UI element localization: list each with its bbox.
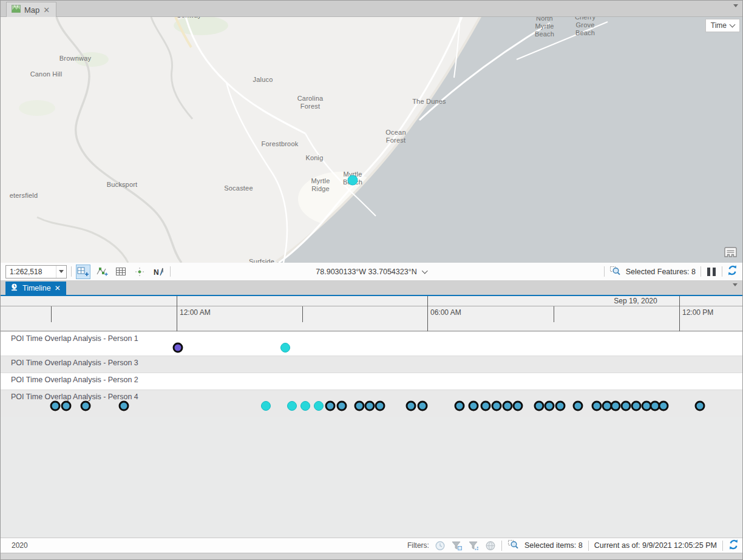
map-overlay-control-icon[interactable] [722,246,738,258]
timeline-event-dot[interactable] [365,401,375,411]
timeline-time-axis[interactable]: 12:00 AM06:00 AM12:00 PM [1,306,742,331]
timeline-event-dot[interactable] [406,401,416,411]
timeline-tabbar: Timeline ✕ [1,281,742,296]
timeline-row-label: POI Time Overlap Analysis - Person 1 [1,332,742,343]
timeline-event-dot[interactable] [418,401,428,411]
map-label-jaluco: Jaluco [253,76,273,84]
timeline-event-dot[interactable] [455,401,465,411]
time-filter-icon[interactable] [435,541,446,551]
timeline-event-dot[interactable] [469,401,479,411]
timeline-tab-icon [10,283,19,294]
map-label-konig: Konig [305,154,323,162]
map-statusbar-right: Selected Features: 8 [604,265,738,278]
timeline-event-dot[interactable] [375,401,385,411]
timeline-event-dot[interactable] [81,401,91,411]
svg-text:N: N [154,268,159,277]
map-label-north-myrtle-beach: North Myrtle Beach [535,17,554,39]
refresh-icon[interactable] [727,265,738,278]
separator [501,541,502,551]
timeline-tab-label: Timeline [22,284,51,292]
separator [170,266,171,277]
timeline-event-dot[interactable] [300,401,310,411]
selected-items-count: Selected items: 8 [524,541,583,550]
chevron-down-icon [730,22,736,28]
timeline-tick-label: 06:00 AM [430,308,461,317]
timeline-row-label: POI Time Overlap Analysis - Person 2 [1,373,742,384]
timeline-event-dot[interactable] [621,401,631,411]
timeline-event-dot[interactable] [631,401,642,411]
timeline-event-dot[interactable] [119,401,129,411]
timeline-event-dot[interactable] [61,401,72,411]
timeline-event-dot[interactable] [555,401,566,411]
timeline-event-dot[interactable] [573,401,583,411]
map-label-conway: Conway [177,17,202,19]
arcgis-pro-window: Map ✕ ConwayBrownwayCanon HillJalu [0,0,743,560]
timeline-event-dot[interactable] [337,401,347,411]
basemap-graphics [1,17,743,263]
timeline-major-tick [679,296,680,331]
timeline-event-dot[interactable] [695,401,705,411]
tab-timeline[interactable]: Timeline ✕ [5,282,66,295]
timeline-event-dot[interactable] [280,343,290,353]
scale-combobox[interactable]: 1:262,518 [5,265,67,278]
timeline-event-dot[interactable] [173,343,183,353]
map-tab-icon [12,4,21,15]
map-location-dot[interactable] [348,175,358,186]
timeline-event-dot[interactable] [314,401,324,411]
timeline-event-dot[interactable] [659,401,669,411]
selected-features-icon [609,266,621,278]
timeline-statusbar: 2020 Filters: Selected items: 8 Current … [1,538,742,553]
coordinates-value: 78.9030133°W 33.7054323°N [316,268,416,276]
separator [701,266,701,277]
timeline-rows-area[interactable]: POI Time Overlap Analysis - Person 1POI … [1,331,742,538]
spatial-filter-icon[interactable] [485,541,496,551]
time-dropdown-label: Time [711,21,727,30]
timeline-row-2: POI Time Overlap Analysis - Person 3 [1,356,742,373]
timeline-tab-close-icon[interactable]: ✕ [55,284,61,292]
map-label-carolina-forest: Carolina Forest [297,95,324,110]
timeline-date-band: Sep 19, 2020 [1,296,742,306]
timeline-event-dot[interactable] [325,401,336,411]
timeline-event-dot[interactable] [534,401,545,411]
selected-items-icon [507,539,519,552]
tab-map[interactable]: Map ✕ [6,2,56,17]
edit-features-button[interactable] [95,265,109,279]
scale-caret-icon[interactable] [56,266,66,278]
timeline-event-dot[interactable] [513,401,523,411]
timeline-event-dot[interactable] [50,401,61,411]
map-canvas[interactable]: ConwayBrownwayCanon HillJalucoCarolina F… [1,17,743,263]
timeline-event-dot[interactable] [545,401,555,411]
timeline-event-dot[interactable] [592,401,602,411]
filter-points-icon[interactable] [468,541,480,551]
filter-selection-icon[interactable] [451,541,463,551]
timeline-event-dot[interactable] [287,401,297,411]
timeline-statusbar-right: Filters: Selected items: 8 Current as of… [407,539,739,552]
time-dropdown-button[interactable]: Time [705,19,740,32]
timeline-event-dot[interactable] [503,401,513,411]
new-map-notes-button[interactable] [76,265,90,279]
timeline-minor-tick [51,306,52,322]
map-label-bucksport: Bucksport [107,181,138,189]
timeline-event-dot[interactable] [355,401,365,411]
timeline-event-dot[interactable] [492,401,502,411]
map-label-brownway: Brownway [59,55,91,62]
timeline-row-label: POI Time Overlap Analysis - Person 4 [1,390,742,401]
north-arrow-button[interactable]: N [151,265,166,279]
timeline-event-dot[interactable] [261,401,271,411]
timeline-year-label: 2020 [12,541,28,550]
separator [604,266,605,277]
timeline-event-dot[interactable] [611,401,621,411]
attribute-table-button[interactable] [114,265,128,279]
map-label-the-dunes: The Dunes [412,98,446,106]
map-statusbar: 1:262,518 N 78.9030133°W 33.7054323°N [1,263,742,281]
window-bottom-strip [1,553,742,560]
separator [722,541,723,551]
timeline-tick-label: 12:00 AM [180,308,211,317]
timeline-event-dot[interactable] [481,401,491,411]
map-tab-close-icon[interactable]: ✕ [43,5,50,15]
coordinates-dropdown[interactable]: 78.9030133°W 33.7054323°N [316,268,427,276]
pause-button[interactable] [706,268,717,276]
timeline-refresh-icon[interactable] [728,539,739,552]
map-label-surfside: Surfside [249,258,274,263]
snapping-button[interactable] [132,265,147,279]
